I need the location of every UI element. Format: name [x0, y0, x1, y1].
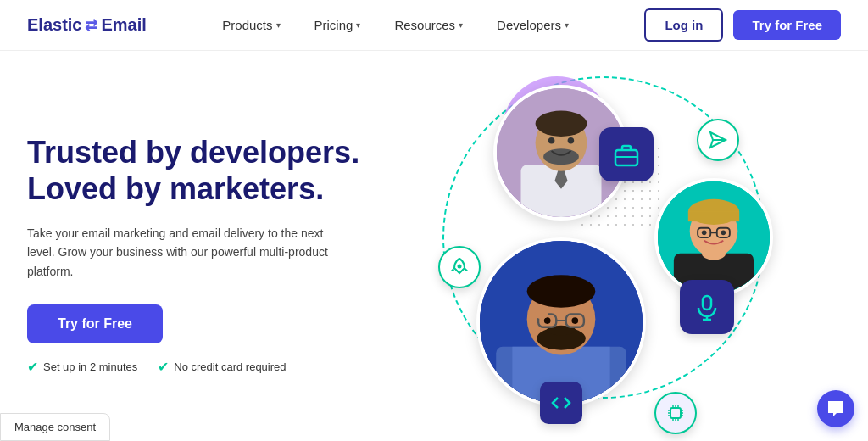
chip-icon: [665, 402, 687, 424]
svg-rect-37: [703, 296, 711, 310]
chevron-down-icon: ▾: [565, 20, 569, 30]
logo-text-right: Email: [101, 15, 146, 35]
rocket-icon: [448, 256, 470, 278]
send-icon: [707, 129, 729, 151]
check-setup: ✔ Set up in 2 minutes: [27, 359, 137, 375]
nav-developers[interactable]: Developers ▾: [483, 11, 582, 39]
checkmark-icon: ✔: [158, 359, 169, 375]
check-no-card: ✔ No credit card required: [158, 359, 286, 375]
nav-resources[interactable]: Resources ▾: [381, 11, 476, 39]
nav-links: Products ▾ Pricing ▾ Resources ▾ Develop…: [209, 11, 582, 39]
profile-circle-2: [654, 178, 773, 297]
code-icon-box: [540, 382, 582, 424]
code-icon: [550, 392, 572, 414]
briefcase-icon-box: [599, 127, 654, 181]
consent-bar[interactable]: Manage consent: [0, 413, 110, 441]
hero-illustration: [392, 59, 841, 441]
svg-point-8: [568, 137, 575, 144]
logo-arrows: ⇄: [85, 16, 97, 35]
svg-rect-14: [688, 212, 739, 221]
chip-icon-box: [654, 392, 697, 434]
hero-checks: ✔ Set up in 2 minutes ✔ No credit card r…: [27, 359, 392, 375]
svg-point-7: [548, 137, 555, 144]
mic-icon-box: [680, 280, 734, 334]
briefcase-icon: [612, 140, 641, 169]
svg-point-26: [527, 275, 596, 307]
svg-point-40: [458, 265, 462, 269]
svg-point-33: [571, 317, 578, 324]
chevron-down-icon: ▾: [459, 20, 463, 30]
svg-point-19: [721, 231, 726, 236]
hero-left: Trusted by developers. Loved by marketer…: [27, 134, 392, 376]
try-free-hero-button[interactable]: Try for Free: [27, 304, 163, 343]
nav-pricing[interactable]: Pricing ▾: [301, 11, 375, 39]
try-free-nav-button[interactable]: Try for Free: [733, 10, 841, 40]
svg-point-6: [543, 148, 579, 165]
hero-title: Trusted by developers. Loved by marketer…: [27, 134, 392, 207]
microphone-icon: [693, 293, 721, 321]
consent-label: Manage consent: [14, 421, 96, 433]
hero-description: Take your email marketing and email deli…: [27, 224, 349, 281]
svg-rect-42: [670, 408, 681, 418]
svg-point-5: [536, 111, 587, 137]
send-icon-box: [697, 119, 739, 161]
hero-section: Trusted by developers. Loved by marketer…: [0, 51, 868, 441]
chat-button[interactable]: [817, 390, 854, 427]
svg-point-20: [702, 247, 726, 260]
logo[interactable]: Elastic⇄Email: [27, 15, 147, 35]
checkmark-icon: ✔: [27, 359, 38, 375]
rocket-icon-box: [438, 246, 481, 288]
chevron-down-icon: ▾: [276, 20, 281, 30]
nav-actions: Log in Try for Free: [644, 8, 841, 42]
login-button[interactable]: Log in: [644, 8, 723, 42]
navbar: Elastic⇄Email Products ▾ Pricing ▾ Resou…: [0, 0, 868, 51]
nav-products[interactable]: Products ▾: [209, 11, 293, 39]
svg-point-34: [535, 310, 548, 320]
chat-icon: [826, 399, 845, 418]
logo-text-left: Elastic: [27, 15, 81, 35]
svg-point-32: [544, 317, 551, 324]
chevron-down-icon: ▾: [356, 20, 360, 30]
svg-point-18: [702, 231, 707, 236]
